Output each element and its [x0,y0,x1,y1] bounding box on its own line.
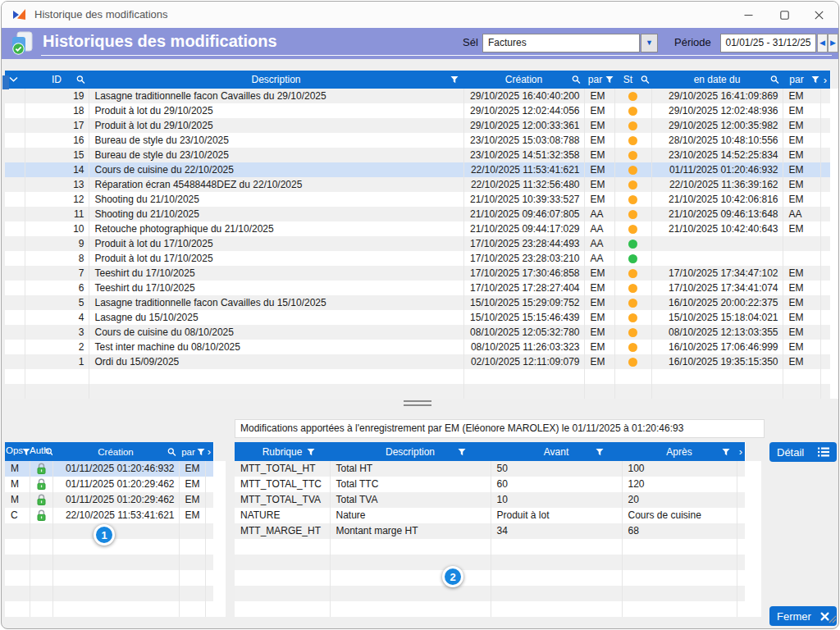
row-corner [5,295,25,310]
filter-icon[interactable] [307,448,315,456]
column-header-creation[interactable]: Création [52,442,179,461]
search-icon[interactable] [572,75,581,84]
search-icon[interactable] [641,75,650,84]
column-nav-arrow[interactable]: › [737,442,745,461]
history-row[interactable]: 10Retouche photographique du 21/10/20252… [5,221,830,236]
filter-icon[interactable] [722,448,730,456]
vertical-scrollbar[interactable] [213,461,226,617]
column-header-st[interactable]: St [614,71,651,89]
modification-row-empty[interactable] [235,601,745,617]
operation-row-empty[interactable] [5,601,213,617]
history-row[interactable]: 8Produit à lot du 17/10/202517/10/2025 2… [5,251,830,266]
operation-row-empty[interactable] [5,555,213,570]
cell [330,570,491,586]
history-row[interactable]: 18Produit à lot du 29/10/202529/10/2025 … [5,103,830,118]
column-header-par[interactable]: par [584,71,614,89]
modification-row[interactable]: MTT_TOTAL_TVATotal TVA1020 [235,492,745,508]
history-row[interactable]: 14Cours de cuisine du 22/10/202522/10/20… [5,162,830,177]
cell-en-date-du: 17/10/2025 17:34:41:074 [651,281,783,295]
modification-row-empty[interactable] [235,555,745,570]
filter-icon[interactable] [22,448,30,456]
filter-icon[interactable] [811,75,819,84]
column-header-description[interactable]: Description [330,442,491,461]
selection-combobox[interactable]: Factures [482,34,640,52]
history-row[interactable]: 11Shooting du 21/10/202521/10/2025 09:46… [5,207,830,221]
column-nav-arrow[interactable]: › [205,442,213,461]
chevron-down-icon[interactable]: ▼ [641,34,658,52]
search-icon[interactable] [76,75,85,84]
search-icon[interactable] [770,75,779,84]
modification-row-empty[interactable] [235,570,745,586]
history-row[interactable]: 5Lasagne traditionnelle facon Cavailles … [5,295,830,310]
cell-nav [820,177,830,192]
history-row[interactable]: 19Lasagne traditionnelle facon Cavailles… [5,89,830,103]
close-window-button[interactable] [801,2,837,28]
column-header-description[interactable]: Description [89,71,463,89]
search-icon[interactable] [167,447,176,456]
modification-row[interactable]: MTT_TOTAL_TTCTotal TTC60120 [235,477,745,492]
cell-en-date-du: 23/10/2025 14:52:25:834 [651,148,783,162]
history-row-empty[interactable] [5,369,830,384]
resize-grip[interactable] [827,612,837,627]
operation-row[interactable]: M01/11/2025 01:20:29:462EM [5,477,213,492]
filter-icon[interactable] [458,448,466,456]
history-row[interactable]: 3Cours de cuisine du 08/10/202508/10/202… [5,325,830,340]
cell-par: EM [783,325,820,340]
history-row[interactable]: 15Bureau de style du 23/10/202523/10/202… [5,148,830,162]
filter-icon[interactable] [450,75,459,84]
history-row[interactable]: 6Teeshirt du 17/10/202517/10/2025 17:28:… [5,281,830,295]
cell-status [614,89,651,103]
minimize-button[interactable] [730,2,766,28]
detail-button[interactable]: Détail [769,442,837,462]
column-header-auth[interactable]: Auth [30,442,52,461]
search-icon[interactable] [45,447,52,456]
column-header-creation[interactable]: Création [463,71,584,89]
vertical-scrollbar[interactable] [830,89,838,399]
column-header-ops[interactable]: Ops [5,442,30,461]
history-row[interactable]: 7Teeshirt du 17/10/202517/10/2025 17:30:… [5,266,830,281]
column-header-par[interactable]: par [179,442,205,461]
operation-row[interactable]: C22/10/2025 11:53:41:621EM [5,508,213,523]
modification-row[interactable]: MTT_MARGE_HTMontant marge HT3468 [235,523,745,539]
filter-icon[interactable] [596,448,604,456]
cell-status [614,118,651,133]
history-row[interactable]: 12Shooting du 21/10/202521/10/2025 10:39… [5,192,830,207]
filter-icon[interactable] [605,75,614,84]
vertical-scrollbar[interactable] [745,461,761,617]
scrollbar-thumb[interactable] [2,75,9,89]
column-header-par2[interactable]: par [783,71,820,89]
column-header-avant[interactable]: Avant [491,442,622,461]
splitter-handle[interactable] [404,400,431,406]
modification-row[interactable]: MTT_TOTAL_HTTotal HT50100 [235,461,745,477]
history-row[interactable]: 2Test inter machine du 08/10/202508/10/2… [5,340,830,354]
column-header-apres[interactable]: Après [622,442,737,461]
modification-row-empty[interactable] [235,539,745,555]
filter-icon[interactable] [197,448,205,456]
previous-period-arrow[interactable]: ◀ [817,34,828,52]
history-row[interactable]: 13Réparation écran 45488448DEZ du 22/10/… [5,177,830,192]
maximize-button[interactable] [766,2,802,28]
operation-row[interactable]: M01/11/2025 01:20:46:932EM [5,461,213,477]
modification-row-empty[interactable] [235,586,745,601]
periode-input[interactable]: 01/01/25 - 31/12/25 [720,34,816,52]
history-row[interactable]: 1Ordi du 15/09/202502/10/2025 12:11:09:0… [5,354,830,369]
column-nav-arrow[interactable]: › [820,71,830,89]
cell-id: 14 [25,162,89,177]
row-corner [5,207,25,221]
history-row[interactable]: 17Produit à lot du 29/10/202529/10/2025 … [5,118,830,133]
column-header-en-date-du[interactable]: en date du [651,71,783,89]
column-header-rubrique[interactable]: Rubrique [235,442,330,461]
modification-row[interactable]: NATURENatureProduit à lotCours de cuisin… [235,508,745,523]
cell-status [614,148,651,162]
next-period-arrow[interactable]: ▶ [828,34,838,52]
history-row[interactable]: 9Produit à lot du 17/10/202517/10/2025 2… [5,236,830,251]
history-row[interactable]: 4Lasagne du 15/10/202515/10/2025 15:15:4… [5,310,830,325]
operation-row-empty[interactable] [5,586,213,601]
history-row-empty[interactable] [5,384,830,399]
operation-row-empty[interactable] [5,570,213,586]
cell [820,369,830,384]
column-header-id[interactable]: ID [25,71,89,89]
operation-row[interactable]: M01/11/2025 01:20:29:462EM [5,492,213,508]
history-row[interactable]: 16Bureau de style du 23/10/202523/10/202… [5,133,830,148]
cell [52,523,179,539]
